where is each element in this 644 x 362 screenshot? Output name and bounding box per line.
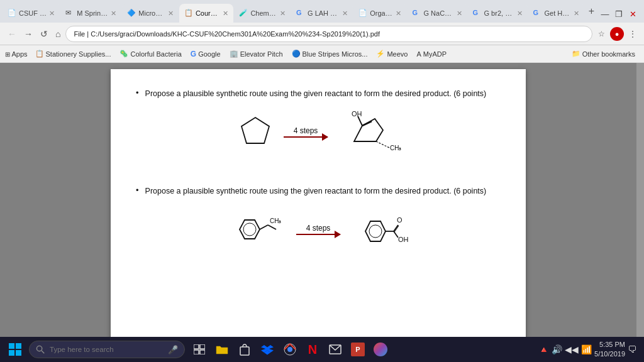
ppt-icon: P: [351, 343, 365, 356]
tab-4[interactable]: 📋 Courses... ✕: [179, 4, 233, 23]
tab-8-close[interactable]: ✕: [457, 9, 462, 18]
file-explorer-button[interactable]: [211, 339, 233, 360]
wifi-icon[interactable]: 📶: [581, 344, 592, 354]
browser-window: 📄 CSUF Po... ✕ ✉ M Spring 2... ✕ 🔷 Micro…: [0, 0, 644, 362]
tab-7-favicon: 📄: [358, 9, 367, 18]
task-view-icon: [194, 344, 205, 354]
bullet-2: •: [136, 185, 139, 195]
tab-9[interactable]: G G br2, hv n... ✕: [468, 4, 528, 23]
home-button[interactable]: ⌂: [53, 28, 63, 40]
bm-stationery-label: Stationery Supplies...: [46, 50, 111, 58]
taskbar-app-icons: N P: [189, 339, 391, 360]
address-input[interactable]: [65, 26, 592, 42]
svg-rect-27: [200, 344, 205, 349]
tab-3[interactable]: 🔷 Microsoft... ✕: [122, 4, 179, 23]
svg-point-8: [243, 223, 256, 236]
tab-4-close[interactable]: ✕: [223, 9, 228, 18]
svg-point-24: [36, 346, 42, 351]
tab-5-label: Chem 30...: [250, 9, 277, 17]
close-button[interactable]: ✕: [626, 8, 639, 20]
bm-google-favicon: G: [191, 50, 196, 58]
tab-1[interactable]: 📄 CSUF Po... ✕: [3, 4, 60, 23]
pdf-container[interactable]: • Propose a plausible synthetic route us…: [0, 63, 636, 337]
bm-meevo[interactable]: ⚡ Meevo: [372, 48, 411, 59]
question-1-text: • Propose a plausible synthetic route us…: [136, 88, 501, 100]
tab-7-close[interactable]: ✕: [396, 9, 401, 18]
bm-bacteria-favicon: 🦠: [119, 50, 128, 58]
forward-button[interactable]: →: [21, 28, 35, 40]
tab-2-close[interactable]: ✕: [111, 9, 116, 18]
taskbar-tray: 🔺 🔊 ◀◀ 📶 5:35 PM 5/10/2019 🗨: [538, 340, 641, 359]
tab-2-label: M Spring 2...: [77, 9, 108, 17]
svg-line-2: [358, 116, 362, 126]
product-2-svg: O OH: [353, 207, 409, 251]
tab-5[interactable]: 🧪 Chem 30... ✕: [234, 4, 291, 23]
svg-line-18: [394, 231, 398, 238]
steps-1-text: 4 steps: [294, 126, 318, 135]
notification-icon[interactable]: 🗨: [628, 344, 636, 354]
svg-line-6: [362, 121, 372, 126]
bm-other[interactable]: 📁 Other bookmarks: [568, 48, 639, 59]
tab-9-close[interactable]: ✕: [517, 9, 523, 18]
tab-6-close[interactable]: ✕: [342, 9, 348, 18]
ball-button[interactable]: [370, 339, 391, 360]
tab-6[interactable]: G G LAH and... ✕: [291, 4, 353, 23]
tab-5-close[interactable]: ✕: [280, 9, 286, 18]
tab-10[interactable]: G Get Hom... ✕: [528, 4, 584, 23]
tab-1-label: CSUF Po...: [19, 9, 47, 17]
tab-1-close[interactable]: ✕: [49, 9, 55, 18]
taskbar-search[interactable]: 🎤: [29, 341, 185, 358]
scrollbar[interactable]: [636, 63, 644, 337]
tab-2[interactable]: ✉ M Spring 2... ✕: [60, 4, 121, 23]
bm-stripes[interactable]: 🔵 Blue Stripes Micros...: [288, 48, 372, 59]
svg-line-10: [268, 225, 276, 229]
tab-3-close[interactable]: ✕: [168, 9, 174, 18]
question-1-body: Propose a plausible synthetic route usin…: [145, 88, 487, 100]
new-tab-button[interactable]: +: [585, 6, 598, 17]
address-bar: ← → ↺ ⌂ ☆ ● ⋮: [0, 23, 644, 45]
svg-rect-21: [16, 343, 21, 349]
store-button[interactable]: [234, 339, 255, 360]
mail-button[interactable]: [325, 339, 346, 360]
steps-2-label: 4 steps: [296, 224, 340, 235]
bm-stationery[interactable]: 📋 Stationery Supplies...: [31, 48, 115, 59]
svg-line-15: [394, 225, 398, 231]
bm-google[interactable]: G Google: [187, 48, 225, 60]
bm-elevator[interactable]: 🏢 Elevator Pitch: [226, 48, 287, 59]
start-button[interactable]: [3, 337, 28, 362]
bm-myadp[interactable]: A MyADP: [413, 49, 450, 59]
bookmark-star-button[interactable]: ☆: [595, 28, 608, 40]
taskbar-search-input[interactable]: [50, 346, 163, 353]
time-date-display[interactable]: 5:35 PM 5/10/2019: [594, 340, 625, 359]
tab-1-favicon: 📄: [8, 9, 16, 18]
minimize-button[interactable]: —: [599, 8, 611, 20]
bm-google-label: Google: [198, 50, 220, 58]
extensions-button[interactable]: ⋮: [626, 28, 639, 40]
tab-10-close[interactable]: ✕: [574, 9, 579, 18]
svg-text:OH: OH: [352, 110, 362, 118]
tab-8[interactable]: G G NaCr2O... ✕: [407, 4, 467, 23]
powerpoint-button[interactable]: P: [347, 339, 369, 360]
ball-icon: [374, 343, 387, 356]
bm-bacteria[interactable]: 🦠 Colorful Bacteria: [116, 48, 185, 59]
back-button[interactable]: ←: [5, 28, 19, 40]
svg-text:CH₃: CH₃: [270, 217, 281, 224]
question-2-text: • Propose a plausible synthetic route us…: [136, 185, 501, 197]
speaker-up-icon[interactable]: 🔊: [552, 344, 562, 354]
profile-button[interactable]: ●: [610, 27, 624, 41]
volume-icon[interactable]: ◀◀: [565, 344, 579, 354]
task-view-button[interactable]: [189, 339, 210, 360]
tab-7[interactable]: 📄 Organic... ✕: [353, 4, 406, 23]
network-icon[interactable]: 🔺: [538, 344, 549, 354]
dropbox-button[interactable]: [257, 339, 278, 360]
chrome-button[interactable]: [279, 339, 301, 360]
svg-rect-22: [9, 350, 14, 356]
bm-bacteria-label: Colorful Bacteria: [130, 50, 181, 58]
reload-button[interactable]: ↺: [38, 28, 50, 40]
bm-stationery-favicon: 📋: [35, 50, 44, 58]
folder-icon: [216, 344, 228, 355]
bookmarks-bar: ⊞ Apps 📋 Stationery Supplies... 🦠 Colorf…: [0, 45, 644, 63]
tab-3-favicon: 🔷: [127, 9, 136, 18]
netflix-button[interactable]: N: [302, 339, 323, 360]
maximize-button[interactable]: ❐: [613, 8, 625, 20]
